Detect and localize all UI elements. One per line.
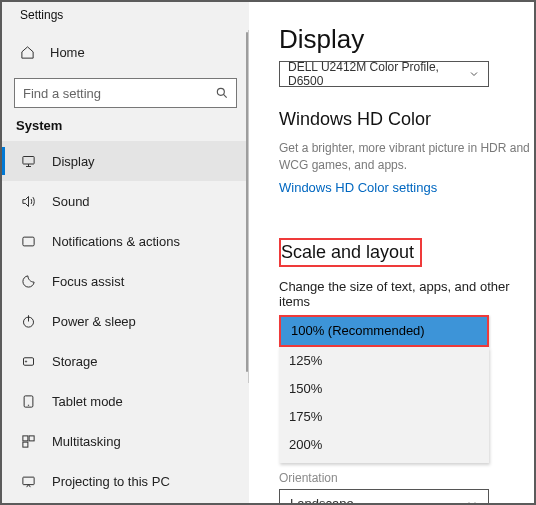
sidebar-item-projecting[interactable]: Projecting to this PC	[2, 461, 249, 501]
orientation-dropdown[interactable]: Landscape	[279, 489, 489, 503]
sidebar-item-label: Notifications & actions	[52, 234, 180, 249]
sidebar-item-label: Projecting to this PC	[52, 474, 170, 489]
storage-icon	[20, 354, 36, 369]
moon-icon	[20, 274, 36, 289]
window-title: Settings	[2, 8, 249, 22]
svg-rect-2	[22, 156, 33, 164]
home-button[interactable]: Home	[2, 34, 249, 70]
sidebar-item-label: Focus assist	[52, 274, 124, 289]
svg-rect-16	[22, 477, 33, 485]
hd-color-desc: Get a brighter, more vibrant picture in …	[279, 140, 534, 174]
sidebar-item-display[interactable]: Display	[2, 141, 249, 181]
search-icon	[215, 86, 229, 100]
scale-subtitle: Change the size of text, apps, and other…	[279, 279, 534, 309]
scale-option-200[interactable]: 200%	[279, 431, 489, 459]
page-title: Display	[279, 24, 534, 55]
hd-color-title: Windows HD Color	[279, 109, 534, 130]
svg-point-10	[25, 360, 26, 361]
svg-rect-14	[29, 435, 34, 440]
scale-dropdown-list: 125% 150% 175% 200%	[279, 347, 489, 463]
home-label: Home	[50, 45, 85, 60]
sidebar-item-label: Sound	[52, 194, 90, 209]
svg-rect-13	[22, 435, 27, 440]
chevron-down-icon	[468, 68, 480, 80]
monitor-icon	[20, 154, 36, 169]
sidebar-item-tablet[interactable]: Tablet mode	[2, 381, 249, 421]
scale-option-100[interactable]: 100% (Recommended)	[281, 317, 487, 345]
sidebar-item-label: Multitasking	[52, 434, 121, 449]
scale-title: Scale and layout	[279, 238, 422, 267]
svg-point-0	[217, 88, 224, 95]
sidebar-item-multitasking[interactable]: Multitasking	[2, 421, 249, 461]
search-input[interactable]	[14, 78, 237, 108]
svg-rect-6	[22, 237, 33, 246]
chevron-down-icon	[466, 498, 478, 503]
color-profile-dropdown[interactable]: DELL U2412M Color Profile, D6500	[279, 61, 489, 87]
speaker-icon	[20, 194, 36, 209]
settings-window: Settings Home System Dis	[0, 0, 536, 505]
nav-list: Display Sound Notifications & actions Fo…	[2, 141, 249, 501]
scale-option-125[interactable]: 125%	[279, 347, 489, 375]
svg-rect-15	[22, 442, 27, 447]
sidebar-item-sound[interactable]: Sound	[2, 181, 249, 221]
search-wrap	[14, 78, 237, 108]
sidebar-item-label: Display	[52, 154, 95, 169]
sidebar-item-notifications[interactable]: Notifications & actions	[2, 221, 249, 261]
scale-option-175[interactable]: 175%	[279, 403, 489, 431]
power-icon	[20, 314, 36, 329]
sidebar-item-label: Storage	[52, 354, 98, 369]
svg-line-1	[223, 94, 226, 97]
sidebar-item-power[interactable]: Power & sleep	[2, 301, 249, 341]
projecting-icon	[20, 474, 36, 489]
sidebar-item-label: Tablet mode	[52, 394, 123, 409]
sidebar-item-label: Power & sleep	[52, 314, 136, 329]
main-panel: Display DELL U2412M Color Profile, D6500…	[249, 2, 534, 503]
scrollbar-thumb[interactable]	[246, 32, 248, 372]
notification-icon	[20, 234, 36, 249]
group-title: System	[2, 118, 249, 133]
sidebar: Settings Home System Dis	[2, 2, 249, 503]
multitask-icon	[20, 434, 36, 449]
orientation-selected: Landscape	[290, 496, 354, 503]
tablet-icon	[20, 394, 36, 409]
svg-marker-5	[22, 196, 28, 206]
hd-color-link[interactable]: Windows HD Color settings	[279, 180, 437, 195]
sidebar-item-focus-assist[interactable]: Focus assist	[2, 261, 249, 301]
sidebar-item-storage[interactable]: Storage	[2, 341, 249, 381]
scale-option-150[interactable]: 150%	[279, 375, 489, 403]
orientation-label: Orientation	[279, 471, 534, 485]
scale-dropdown-selected-box: 100% (Recommended)	[279, 315, 489, 347]
home-icon	[20, 45, 36, 60]
color-profile-selected: DELL U2412M Color Profile, D6500	[288, 60, 468, 88]
